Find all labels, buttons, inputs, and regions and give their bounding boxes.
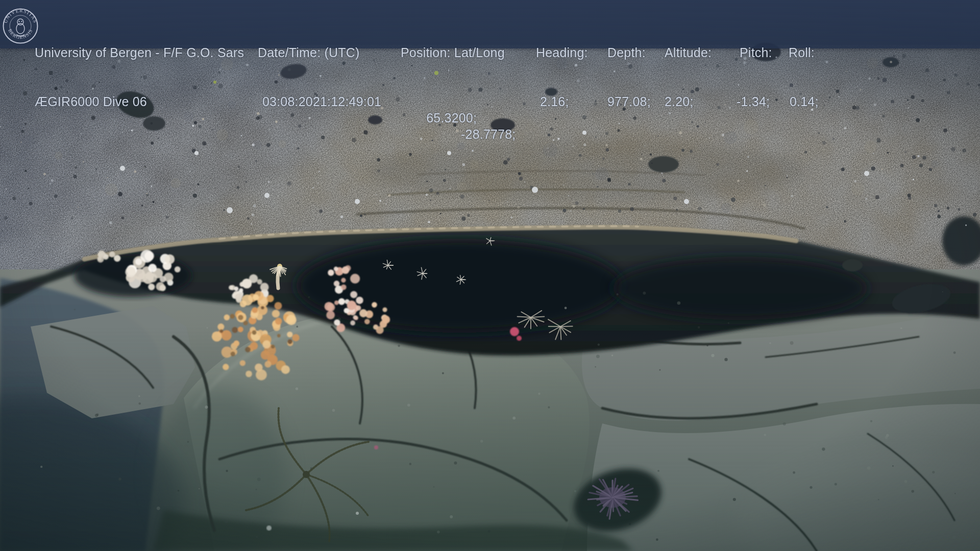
university-of-bergen-seal-icon: UNIVERSITAS BERGENSIS <box>2 8 39 44</box>
altitude-value: 2.20; <box>665 93 712 110</box>
hud-heading: Heading: 2.16; <box>536 12 588 142</box>
heading-value: 2.16; <box>536 93 588 110</box>
hud-depth: Depth: 977.08; <box>607 12 651 142</box>
svg-text:BERGENSIS: BERGENSIS <box>7 28 34 40</box>
telemetry-overlay-bar: UNIVERSITAS BERGENSIS University of Berg… <box>0 0 980 48</box>
hud-pitch: Pitch: -1.34; <box>737 12 772 142</box>
depth-value: 977.08; <box>607 93 651 110</box>
hud-position: Position: Lat/Long 65.3200; -28.7778; <box>397 12 505 191</box>
heading-label: Heading: <box>536 44 588 61</box>
seal-bottom-text: BERGENSIS <box>7 28 34 40</box>
owl-icon <box>16 19 24 36</box>
roll-value: 0.14; <box>789 93 819 110</box>
seal-top-text: UNIVERSITAS <box>3 8 38 24</box>
latitude-value: 65.3200; <box>426 111 477 125</box>
org-line2: ÆGIR6000 Dive 06 <box>35 93 244 110</box>
rov-video-frame: UNIVERSITAS BERGENSIS University of Berg… <box>0 0 980 551</box>
pitch-value: -1.34; <box>737 93 772 110</box>
altitude-label: Altitude: <box>665 44 712 61</box>
hud-roll: Roll: 0.14; <box>789 12 819 142</box>
hud-org: University of Bergen - F/F G.O. Sars ÆGI… <box>35 12 244 142</box>
roll-label: Roll: <box>789 44 819 61</box>
hud-altitude: Altitude: 2.20; <box>665 12 712 142</box>
hud-datetime: Date/Time: (UTC) 03:08:2021:12:49:01 <box>258 12 381 142</box>
datetime-label: Date/Time: (UTC) <box>258 44 381 61</box>
datetime-value: 03:08:2021:12:49:01 <box>258 93 381 110</box>
position-label: Position: Lat/Long <box>397 44 505 61</box>
depth-label: Depth: <box>607 44 651 61</box>
longitude-value: -28.7778; <box>461 126 516 142</box>
svg-text:UNIVERSITAS: UNIVERSITAS <box>3 8 38 24</box>
org-line1: University of Bergen - F/F G.O. Sars <box>35 44 244 61</box>
pitch-label: Pitch: <box>737 44 772 61</box>
